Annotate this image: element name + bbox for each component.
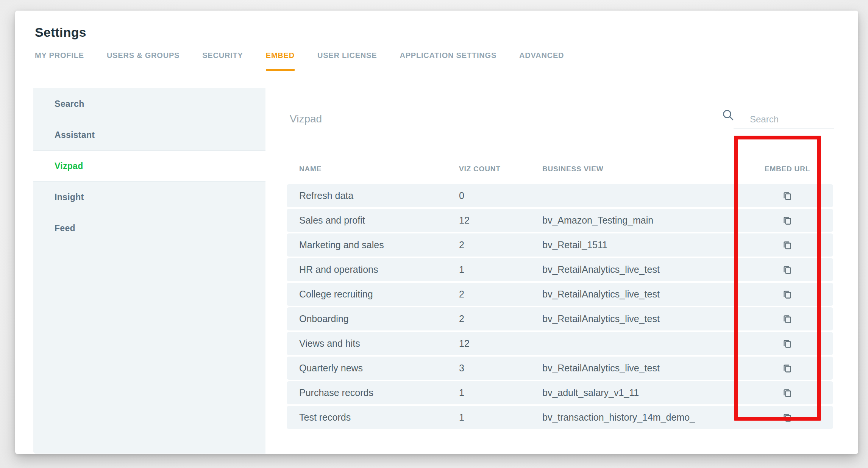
- cell-name: Quarterly news: [287, 363, 447, 374]
- table-header-row: NAME VIZ COUNT BUSINESS VIEW EMBED URL: [287, 161, 833, 177]
- column-header-business-view: BUSINESS VIEW: [530, 165, 742, 173]
- sidebar-item[interactable]: Assistant: [33, 119, 265, 150]
- cell-embed-url: [742, 190, 833, 202]
- table-row: Views and hits 12: [287, 332, 833, 355]
- sidebar-item[interactable]: Vizpad: [33, 150, 265, 182]
- cell-business-view: bv_Amazon_Testing_main: [530, 215, 742, 226]
- sidebar-item-label: Feed: [55, 223, 75, 233]
- tab[interactable]: APPLICATION SETTINGS: [400, 51, 496, 70]
- cell-name: HR and operations: [287, 264, 447, 275]
- cell-name: Sales and profit: [287, 215, 447, 226]
- tab-label: USER LICENSE: [317, 51, 377, 59]
- search-input[interactable]: [734, 111, 834, 128]
- sidebar-item[interactable]: Insight: [33, 182, 265, 213]
- cell-viz-count: 1: [447, 264, 530, 275]
- cell-embed-url: [742, 214, 833, 227]
- cell-embed-url: [742, 239, 833, 251]
- cell-name: Marketing and sales: [287, 239, 447, 250]
- copy-embed-url-button[interactable]: [781, 264, 793, 276]
- copy-icon: [781, 240, 793, 250]
- cell-business-view: bv_RetailAnalytics_live_test: [530, 289, 742, 300]
- cell-name: Refresh data: [287, 190, 447, 201]
- copy-embed-url-button[interactable]: [781, 362, 793, 374]
- table-row: Test records 1 bv_transaction_history_14…: [287, 406, 833, 429]
- cell-embed-url: [742, 338, 833, 350]
- cell-business-view: bv_transaction_history_14m_demo_: [530, 412, 742, 423]
- cell-embed-url: [742, 264, 833, 276]
- copy-embed-url-button[interactable]: [781, 338, 793, 350]
- column-header-viz-count: VIZ COUNT: [447, 165, 530, 173]
- table-row: Onboarding 2 bv_RetailAnalytics_live_tes…: [287, 307, 833, 330]
- copy-icon: [781, 314, 793, 324]
- column-header-embed-url: EMBED URL: [742, 165, 833, 173]
- sidebar: Search Assistant Vizpad Insight Feed: [33, 88, 265, 454]
- sidebar-item-label: Vizpad: [55, 161, 83, 171]
- copy-embed-url-button[interactable]: [781, 288, 793, 301]
- tab[interactable]: USERS & GROUPS: [107, 51, 180, 70]
- settings-window: Settings MY PROFILE USERS & GROUPS SECUR…: [15, 11, 858, 454]
- table-row: Marketing and sales 2 bv_Retail_1511: [287, 233, 833, 257]
- copy-icon: [781, 289, 793, 300]
- cell-business-view: bv_RetailAnalytics_live_test: [530, 363, 742, 374]
- page-title: Settings: [35, 25, 841, 40]
- cell-name: Views and hits: [287, 338, 447, 349]
- tab[interactable]: MY PROFILE: [35, 51, 84, 70]
- tab-label: USERS & GROUPS: [107, 51, 180, 59]
- cell-viz-count: 1: [447, 412, 530, 423]
- table-body: Refresh data 0 Sales and profit: [287, 184, 833, 430]
- copy-embed-url-button[interactable]: [781, 239, 793, 251]
- copy-icon: [781, 265, 793, 275]
- table-row: Refresh data 0: [287, 184, 833, 207]
- cell-embed-url: [742, 288, 833, 301]
- column-header-name: NAME: [287, 165, 447, 173]
- copy-icon: [781, 388, 793, 398]
- tab[interactable]: ADVANCED: [519, 51, 564, 70]
- cell-viz-count: 2: [447, 313, 530, 324]
- cell-name: Test records: [287, 412, 447, 423]
- copy-embed-url-button[interactable]: [781, 214, 793, 227]
- cell-viz-count: 3: [447, 363, 530, 374]
- sidebar-item[interactable]: Feed: [33, 213, 265, 244]
- cell-business-view: bv_Retail_1511: [530, 239, 742, 250]
- cell-viz-count: 12: [447, 338, 530, 349]
- tab-label: MY PROFILE: [35, 51, 84, 59]
- copy-embed-url-button[interactable]: [781, 313, 793, 325]
- copy-embed-url-button[interactable]: [781, 387, 793, 399]
- tab-label: ADVANCED: [519, 51, 564, 59]
- cell-name: Onboarding: [287, 313, 447, 324]
- cell-business-view: bv_RetailAnalytics_live_test: [530, 264, 742, 275]
- section-title: Vizpad: [290, 113, 322, 125]
- tab[interactable]: SECURITY: [202, 51, 243, 70]
- cell-business-view: bv_RetailAnalytics_live_test: [530, 313, 742, 324]
- copy-icon: [781, 338, 793, 349]
- cell-viz-count: 1: [447, 387, 530, 398]
- cell-embed-url: [742, 387, 833, 399]
- cell-embed-url: [742, 362, 833, 374]
- cell-viz-count: 2: [447, 289, 530, 300]
- header: Settings MY PROFILE USERS & GROUPS SECUR…: [15, 11, 858, 70]
- cell-business-view: bv_adult_salary_v1_11: [530, 387, 742, 398]
- cell-viz-count: 0: [447, 190, 530, 201]
- tab-label: EMBED: [266, 51, 295, 59]
- table-row: Sales and profit 12 bv_Amazon_Testing_ma…: [287, 209, 833, 232]
- tab-bar: MY PROFILE USERS & GROUPS SECURITY EMBED…: [35, 51, 841, 70]
- cell-embed-url: [742, 313, 833, 325]
- cell-name: College recruiting: [287, 289, 447, 300]
- copy-icon: [781, 215, 793, 226]
- tab-label: SECURITY: [202, 51, 243, 59]
- cell-viz-count: 12: [447, 215, 530, 226]
- copy-embed-url-button[interactable]: [781, 190, 793, 202]
- table-row: College recruiting 2 bv_RetailAnalytics_…: [287, 283, 833, 306]
- search-icon[interactable]: [721, 108, 735, 122]
- tab[interactable]: EMBED: [266, 51, 295, 70]
- sidebar-item-label: Assistant: [55, 130, 95, 140]
- sidebar-item[interactable]: Search: [33, 88, 265, 119]
- table-row: Purchase records 1 bv_adult_salary_v1_11: [287, 381, 833, 404]
- cell-embed-url: [742, 412, 833, 424]
- table-row: HR and operations 1 bv_RetailAnalytics_l…: [287, 258, 833, 281]
- table-row: Quarterly news 3 bv_RetailAnalytics_live…: [287, 357, 833, 380]
- copy-icon: [781, 363, 793, 374]
- tab[interactable]: USER LICENSE: [317, 51, 377, 70]
- copy-icon: [781, 412, 793, 423]
- copy-embed-url-button[interactable]: [781, 412, 793, 424]
